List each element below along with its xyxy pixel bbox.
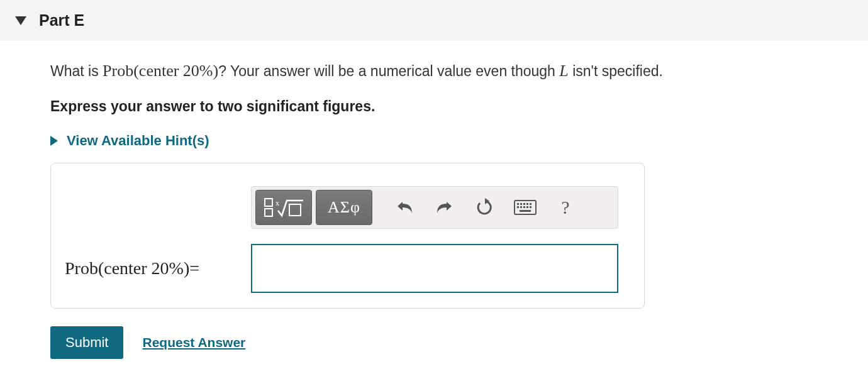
svg-rect-12 xyxy=(520,206,522,208)
svg-rect-3 xyxy=(289,204,301,216)
prompt-expr: Prob(center 20%) xyxy=(103,62,218,80)
equals-sign: = xyxy=(189,258,199,278)
answer-label-text: Prob(center 20%) xyxy=(65,258,189,278)
svg-rect-8 xyxy=(523,203,525,205)
reset-button[interactable] xyxy=(467,190,503,225)
symbols-label: ΑΣφ xyxy=(328,198,360,217)
submit-button[interactable]: Submit xyxy=(50,326,123,359)
footer-actions: Submit Request Answer xyxy=(50,326,868,359)
prompt-mid: ? Your answer will be a numerical value … xyxy=(218,63,559,79)
symbols-button[interactable]: ΑΣφ xyxy=(316,190,372,225)
svg-rect-15 xyxy=(530,206,531,208)
help-button[interactable]: ? xyxy=(547,190,584,225)
keyboard-icon xyxy=(514,200,537,215)
view-hints-label: View Available Hint(s) xyxy=(67,133,209,149)
answer-input[interactable] xyxy=(251,244,618,293)
keyboard-button[interactable] xyxy=(507,190,543,225)
svg-rect-6 xyxy=(517,203,519,205)
equation-toolbar: x ΑΣφ xyxy=(251,186,618,229)
undo-button[interactable] xyxy=(386,190,423,225)
part-header: Part E xyxy=(0,0,868,41)
reset-icon xyxy=(476,198,494,217)
redo-button[interactable] xyxy=(426,190,463,225)
prompt-lead: What is xyxy=(50,63,103,79)
question-prompt: What is Prob(center 20%)? Your answer wi… xyxy=(50,58,868,83)
templates-button[interactable]: x xyxy=(255,190,312,225)
svg-rect-9 xyxy=(526,203,528,205)
prompt-var: L xyxy=(559,62,568,80)
request-answer-link[interactable]: Request Answer xyxy=(142,335,245,350)
svg-text:x: x xyxy=(275,199,279,207)
svg-rect-16 xyxy=(520,210,531,212)
collapse-icon[interactable] xyxy=(15,16,26,25)
svg-rect-11 xyxy=(517,206,519,208)
part-content: What is Prob(center 20%)? Your answer wi… xyxy=(0,41,868,378)
undo-icon xyxy=(395,199,414,216)
redo-icon xyxy=(435,199,454,216)
instruction-text: Express your answer to two significant f… xyxy=(50,98,868,115)
templates-icon: x xyxy=(264,197,303,218)
answer-label: Prob(center 20%) = xyxy=(65,244,251,293)
svg-marker-1 xyxy=(50,136,58,146)
svg-rect-13 xyxy=(523,206,525,208)
svg-rect-14 xyxy=(526,206,528,208)
help-icon: ? xyxy=(561,197,569,218)
answer-box: x ΑΣφ xyxy=(50,163,645,309)
prompt-tail: isn't specified. xyxy=(569,63,663,79)
svg-rect-7 xyxy=(520,203,522,205)
expand-icon xyxy=(50,136,58,146)
svg-rect-10 xyxy=(530,203,531,205)
part-title: Part E xyxy=(39,11,84,30)
view-hints-toggle[interactable]: View Available Hint(s) xyxy=(50,133,868,149)
svg-marker-0 xyxy=(15,16,26,25)
